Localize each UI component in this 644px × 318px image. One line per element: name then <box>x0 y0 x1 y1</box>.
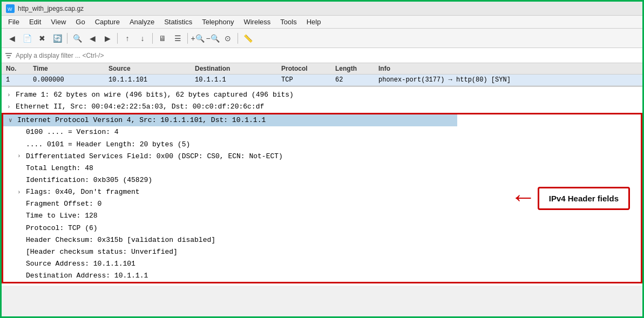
nav-icon[interactable]: ◀ <box>5 31 19 45</box>
menu-item-wireless[interactable]: Wireless <box>239 17 275 27</box>
cell-destination: 10.1.1.1 <box>193 76 279 84</box>
menu-item-telephony[interactable]: Telephony <box>198 17 238 27</box>
details-wrapper: ›Frame 1: 62 bytes on wire (496 bits), 6… <box>2 86 642 286</box>
cell-no: 1 <box>4 76 31 84</box>
detail-line[interactable]: Identification: 0xb305 (45829) <box>3 174 457 186</box>
cell-time: 0.000000 <box>31 76 106 84</box>
table-row[interactable]: 1 0.000000 10.1.1.101 10.1.1.1 TCP 62 ph… <box>2 75 642 86</box>
zoom-fit-icon[interactable]: ⊙ <box>221 31 235 45</box>
detail-text: Protocol: TCP (6) <box>26 223 98 234</box>
detail-text: Total Length: 48 <box>26 163 93 174</box>
menu-item-analyze[interactable]: Analyze <box>125 17 159 27</box>
detail-text: Ethernet II, Src: 00:04:e2:22:5a:03, Dst… <box>16 102 264 112</box>
menu-item-view[interactable]: View <box>46 17 70 27</box>
col-destination: Destination <box>193 64 279 73</box>
toolbar-separator <box>117 33 118 44</box>
svg-rect-3 <box>6 55 11 56</box>
detail-text: .... 0101 = Header Length: 20 bytes (5) <box>26 139 190 150</box>
svg-rect-4 <box>8 57 10 58</box>
toolbar-separator <box>238 33 238 44</box>
toolbar-separator <box>152 33 153 44</box>
detail-line[interactable]: ›Ethernet II, Src: 00:04:e2:22:5a:03, Ds… <box>2 101 642 113</box>
col-info: Info <box>376 64 640 73</box>
menu-item-edit[interactable]: Edit <box>25 17 45 27</box>
toolbar-separator <box>67 33 67 44</box>
detail-text: Internet Protocol Version 4, Src: 10.1.1… <box>17 115 266 126</box>
close-icon[interactable]: ✖ <box>35 31 49 45</box>
detail-text: Header Checksum: 0x315b [validation disa… <box>26 235 215 246</box>
detail-text: Frame 1: 62 bytes on wire (496 bits), 62… <box>16 90 294 100</box>
ipv4-section: ∨Internet Protocol Version 4, Src: 10.1.… <box>2 113 642 283</box>
detail-text: [Header checksum status: Unverified] <box>26 247 178 258</box>
zoom-out-icon[interactable]: −🔍 <box>206 31 220 45</box>
expand-arrow: › <box>17 152 26 161</box>
svg-text:W: W <box>8 6 12 12</box>
menu-item-tools[interactable]: Tools <box>276 17 301 27</box>
down-icon[interactable]: ↓ <box>135 31 150 45</box>
reload-icon[interactable]: 🔄 <box>50 31 64 45</box>
menu-item-file[interactable]: File <box>4 17 24 27</box>
cell-protocol: TCP <box>279 76 333 84</box>
detail-line[interactable]: .... 0101 = Header Length: 20 bytes (5) <box>3 139 457 151</box>
detail-line[interactable]: Protocol: TCP (6) <box>3 222 457 234</box>
col-time: Time <box>31 64 106 73</box>
prev-icon[interactable]: ◀ <box>85 31 99 45</box>
cell-info: phonex-port(3177) → http(80) [SYN] <box>376 76 640 84</box>
menu-bar: FileEditViewGoCaptureAnalyzeStatisticsTe… <box>2 16 642 29</box>
search-icon[interactable]: 🔍 <box>70 31 84 45</box>
app-icon: W <box>6 4 15 13</box>
detail-line[interactable]: Time to Live: 128 <box>3 210 457 222</box>
detail-line[interactable]: ›Frame 1: 62 bytes on wire (496 bits), 6… <box>2 89 642 101</box>
detail-line[interactable]: ›Differentiated Services Field: 0x00 (DS… <box>3 151 457 163</box>
toolbar-separator <box>187 33 188 44</box>
svg-rect-2 <box>5 53 12 54</box>
details-pane: ›Frame 1: 62 bytes on wire (496 bits), 6… <box>2 86 642 286</box>
col-protocol: Protocol <box>279 64 333 73</box>
red-arrow-icon: ← <box>516 185 531 211</box>
detail-line[interactable]: Header Checksum: 0x315b [validation disa… <box>3 234 457 246</box>
detail-text: Time to Live: 128 <box>26 211 98 221</box>
up-icon[interactable]: ↑ <box>120 31 134 45</box>
file-icon[interactable]: 📄 <box>20 31 34 45</box>
detail-text: Differentiated Services Field: 0x00 (DSC… <box>26 151 283 162</box>
col-no: No. <box>4 64 31 73</box>
detail-line[interactable]: Destination Address: 10.1.1.1 <box>3 270 457 282</box>
expand-arrow: › <box>7 103 16 112</box>
col-length: Length <box>333 64 376 73</box>
detail-line[interactable]: [Header checksum status: Unverified] <box>3 246 457 258</box>
expand-arrow: › <box>17 188 26 197</box>
expand-arrow: › <box>7 91 16 100</box>
ruler-icon[interactable]: 📏 <box>241 31 255 45</box>
menu-item-go[interactable]: Go <box>71 17 89 27</box>
expand-arrow: ∨ <box>9 116 17 125</box>
packet-list-header: No. Time Source Destination Protocol Len… <box>2 63 642 75</box>
filter-input[interactable] <box>16 52 639 59</box>
detail-line[interactable]: ∨Internet Protocol Version 4, Src: 10.1.… <box>3 114 457 126</box>
annotation-box: IPv4 Header fields <box>538 187 630 210</box>
filter-icon <box>5 52 12 59</box>
detail-line[interactable]: Fragment Offset: 0 <box>3 198 457 210</box>
menu-item-statistics[interactable]: Statistics <box>160 17 196 27</box>
detail-text: 0100 .... = Version: 4 <box>26 127 119 138</box>
detail-line[interactable]: ›Flags: 0x40, Don't fragment <box>3 186 457 198</box>
detail-line[interactable]: Total Length: 48 <box>3 163 457 174</box>
zoom-in-icon[interactable]: +🔍 <box>191 31 205 45</box>
cell-source: 10.1.1.101 <box>106 76 193 84</box>
list-icon[interactable]: ☰ <box>171 31 185 45</box>
filter-bar[interactable] <box>2 48 642 63</box>
menu-item-help[interactable]: Help <box>302 17 326 27</box>
window-title: http_with_jpegs.cap.gz <box>18 5 84 12</box>
cell-length: 62 <box>333 76 376 84</box>
title-bar: W http_with_jpegs.cap.gz <box>2 2 642 16</box>
toolbar: ◀📄✖🔄🔍◀▶↑↓🖥☰+🔍−🔍⊙📏 <box>2 29 642 48</box>
packet-list: No. Time Source Destination Protocol Len… <box>2 63 642 86</box>
next-icon[interactable]: ▶ <box>100 31 114 45</box>
detail-text: Source Address: 10.1.1.101 <box>26 259 135 269</box>
detail-text: Identification: 0xb305 (45829) <box>26 175 152 186</box>
detail-text: Fragment Offset: 0 <box>26 199 101 209</box>
detail-text: Flags: 0x40, Don't fragment <box>26 187 140 198</box>
monitor-icon[interactable]: 🖥 <box>155 31 170 45</box>
detail-line[interactable]: Source Address: 10.1.1.101 <box>3 258 457 270</box>
detail-line[interactable]: 0100 .... = Version: 4 <box>3 126 457 138</box>
menu-item-capture[interactable]: Capture <box>91 17 124 27</box>
